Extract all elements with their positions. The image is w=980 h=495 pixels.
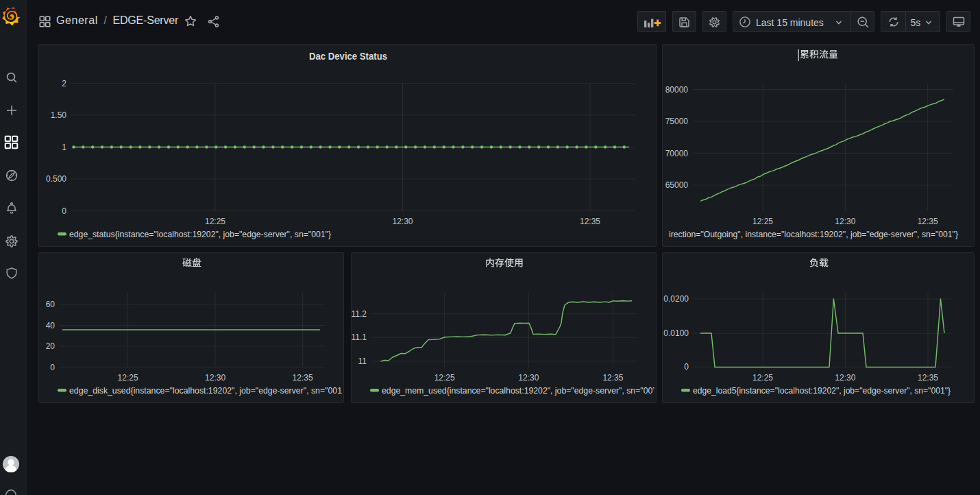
svg-text:12:25: 12:25 bbox=[752, 373, 773, 383]
svg-text:20: 20 bbox=[46, 341, 56, 351]
svg-text:2: 2 bbox=[62, 79, 66, 88]
svg-text:0.0100: 0.0100 bbox=[663, 328, 689, 338]
svg-text:0.500: 0.500 bbox=[46, 174, 66, 184]
svg-text:11: 11 bbox=[358, 357, 367, 366]
svg-text:12:25: 12:25 bbox=[752, 217, 773, 226]
svg-text:12:30: 12:30 bbox=[835, 217, 855, 226]
svg-text:65000: 65000 bbox=[665, 180, 689, 190]
svg-text:12:35: 12:35 bbox=[918, 217, 938, 226]
svg-text:75000: 75000 bbox=[665, 117, 689, 126]
svg-text:0: 0 bbox=[684, 362, 689, 372]
svg-text:80000: 80000 bbox=[665, 85, 689, 95]
svg-text:12:30: 12:30 bbox=[392, 217, 413, 226]
svg-text:Dac Device Status: Dac Device Status bbox=[309, 51, 387, 62]
svg-text:edge_status{instance="localhos: edge_status{instance="localhost:19202", … bbox=[69, 230, 331, 239]
svg-text:11.2: 11.2 bbox=[352, 309, 367, 319]
svg-text:11.1: 11.1 bbox=[352, 333, 367, 342]
svg-text:12:35: 12:35 bbox=[293, 373, 313, 383]
svg-text:1: 1 bbox=[62, 143, 66, 152]
svg-text:0.0200: 0.0200 bbox=[663, 294, 689, 304]
svg-text:0: 0 bbox=[62, 206, 66, 216]
svg-text:edge_load5{instance="localhost: edge_load5{instance="localhost:19202", j… bbox=[693, 386, 951, 396]
svg-text:12:30: 12:30 bbox=[518, 373, 539, 383]
svg-text:edge_disk_used{instance="local: edge_disk_used{instance="localhost:19202… bbox=[69, 386, 342, 396]
svg-text:40: 40 bbox=[46, 321, 56, 330]
svg-text:12:35: 12:35 bbox=[580, 217, 600, 226]
svg-text:12:25: 12:25 bbox=[434, 373, 455, 383]
svg-text:edge_mem_used{instance="localh: edge_mem_used{instance="localhost:19202"… bbox=[382, 386, 654, 396]
svg-text:1.50: 1.50 bbox=[51, 110, 67, 120]
svg-text:60: 60 bbox=[46, 300, 56, 309]
svg-text:12:35: 12:35 bbox=[918, 373, 938, 383]
svg-text:70000: 70000 bbox=[665, 149, 689, 158]
svg-text:0: 0 bbox=[50, 363, 55, 372]
svg-text:12:35: 12:35 bbox=[602, 373, 623, 383]
svg-text:12:25: 12:25 bbox=[205, 217, 225, 226]
svg-text:12:30: 12:30 bbox=[205, 373, 225, 383]
svg-text:12:30: 12:30 bbox=[835, 373, 855, 383]
svg-text:irection="Outgoing", instance=: irection="Outgoing", instance="localhost… bbox=[669, 230, 958, 239]
svg-text:12:25: 12:25 bbox=[118, 373, 138, 383]
